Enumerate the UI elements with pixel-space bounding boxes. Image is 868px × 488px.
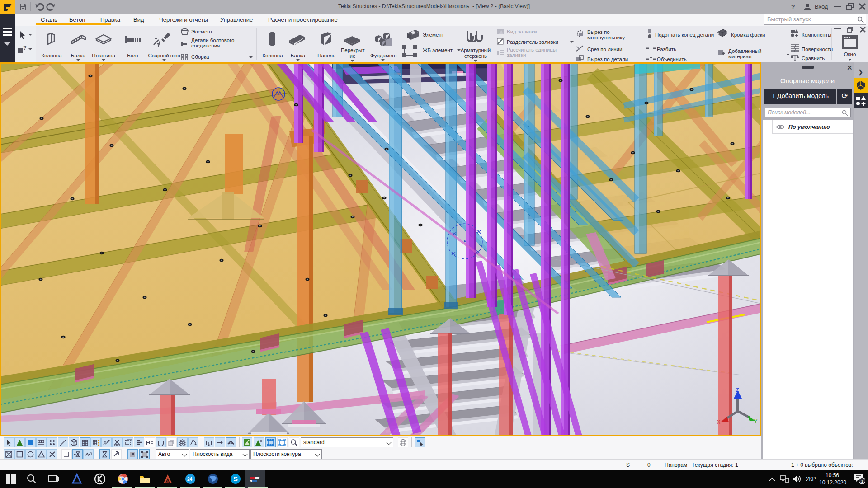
svg-text:S: S (234, 475, 238, 483)
svg-text:1: 1 (861, 479, 863, 483)
svg-text:Y: Y (754, 418, 758, 424)
svg-text:?: ? (23, 45, 27, 51)
svg-text:Z: Z (736, 387, 739, 393)
svg-text:X: X (717, 419, 721, 425)
svg-text:24: 24 (187, 477, 193, 482)
